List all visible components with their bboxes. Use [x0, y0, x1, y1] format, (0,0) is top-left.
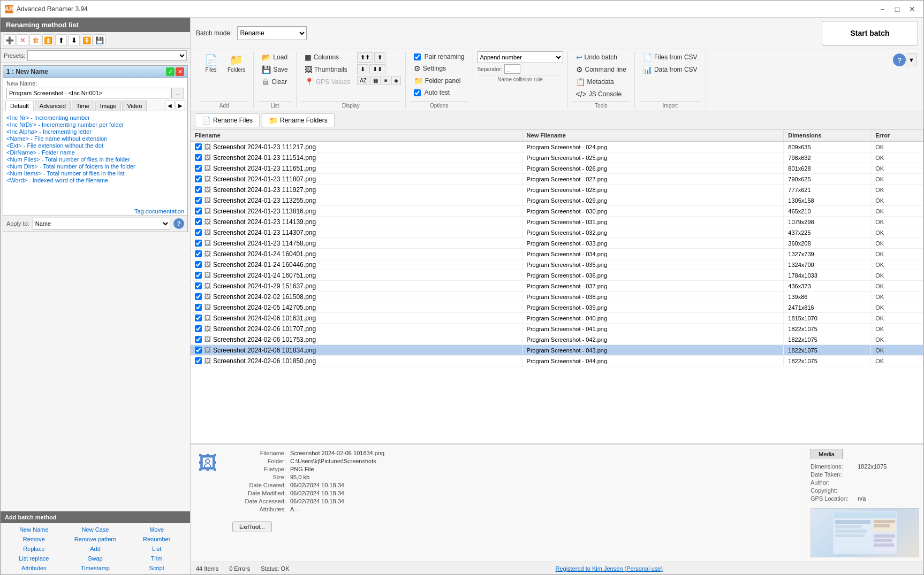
separator-input[interactable] — [504, 64, 520, 74]
table-row[interactable]: 🖼 Screenshot 2024-01-24 160751.png Progr… — [191, 270, 923, 281]
table-row[interactable]: 🖼 Screenshot 2024-01-23 114307.png Progr… — [191, 227, 923, 238]
row-checkbox[interactable] — [195, 218, 202, 225]
sort-up-button[interactable]: ⬆ — [374, 52, 385, 63]
table-row[interactable]: 🖼 Screenshot 2024-01-23 114139.png Progr… — [191, 217, 923, 227]
batch-mode-select[interactable]: Rename Copy Move — [237, 26, 307, 40]
data-from-csv-button[interactable]: 📊 Data from CSV — [639, 64, 701, 75]
exiftool-button[interactable]: ExifTool... — [232, 522, 272, 532]
move-bottom-button[interactable]: ⏬ — [81, 34, 93, 46]
table-row[interactable]: 🖼 Screenshot 2024-01-29 151637.png Progr… — [191, 281, 923, 292]
pair-renaming-button[interactable]: Pair renaming — [410, 51, 468, 62]
gps-values-button[interactable]: 📍 GPS Values — [301, 76, 354, 88]
row-checkbox[interactable] — [195, 347, 202, 354]
new-name-input[interactable] — [6, 88, 170, 98]
sort-up-up-button[interactable]: ⬆⬆ — [357, 52, 373, 63]
ribbon-help-button[interactable]: ? — [893, 53, 906, 66]
table-row[interactable]: 🖼 Screenshot 2024-01-23 111807.png Progr… — [191, 174, 923, 185]
method-disable-button[interactable]: ✕ — [176, 67, 184, 76]
sort-down-down-button[interactable]: ⬇⬇ — [369, 64, 385, 74]
registered-link[interactable]: Registered to Kim Jensen (Personal use) — [300, 565, 918, 572]
add-files-button[interactable]: 📄 Files — [199, 51, 223, 75]
row-checkbox[interactable] — [195, 261, 202, 268]
batch-timestamp[interactable]: Timestamp — [65, 564, 126, 572]
add-method-button[interactable]: ➕ — [4, 34, 16, 46]
table-row[interactable]: 🖼 Screenshot 2024-02-06 101850.png Progr… — [191, 356, 923, 366]
tabs-next-button[interactable]: ▶ — [176, 101, 185, 110]
media-tab[interactable]: Media — [811, 449, 843, 459]
start-batch-button[interactable]: Start batch — [822, 21, 918, 45]
rename-files-tab[interactable]: 📄 Rename Files — [195, 113, 260, 127]
batch-list-replace[interactable]: List replace — [4, 554, 64, 563]
tab-time[interactable]: Time — [72, 101, 94, 111]
batch-swap[interactable]: Swap — [65, 554, 126, 563]
add-folders-button[interactable]: 📁 Folders — [224, 51, 249, 75]
name-input-more-button[interactable]: ... — [171, 88, 184, 98]
undo-batch-button[interactable]: ↩ Undo batch — [572, 51, 630, 63]
batch-attributes[interactable]: Attributes — [4, 564, 64, 572]
apply-to-select[interactable]: Name Extension Name and Extension — [33, 218, 170, 229]
tag-inc-nrdir[interactable]: <Inc NrDir> - Incrementing number per fo… — [6, 121, 184, 128]
table-row[interactable]: 🖼 Screenshot 2024-02-06 101834.png Progr… — [191, 345, 923, 356]
tab-image[interactable]: Image — [95, 101, 122, 111]
auto-test-button[interactable]: Auto test — [410, 87, 468, 98]
save-button[interactable]: 💾 Save — [258, 64, 291, 75]
auto-test-checkbox[interactable] — [414, 89, 421, 96]
row-checkbox[interactable] — [195, 229, 202, 236]
tab-video[interactable]: Video — [122, 101, 147, 111]
apply-help-button[interactable]: ? — [173, 218, 184, 229]
close-button[interactable]: ✕ — [905, 3, 919, 15]
table-row[interactable]: 🖼 Screenshot 2024-01-23 114758.png Progr… — [191, 238, 923, 249]
tag-name[interactable]: <Name> - File name without extension — [6, 135, 184, 142]
batch-replace[interactable]: Replace — [4, 545, 64, 553]
row-checkbox[interactable] — [195, 186, 202, 193]
thumbnails-button[interactable]: 🖼 Thumbnails — [301, 64, 354, 75]
row-checkbox[interactable] — [195, 154, 202, 161]
table-row[interactable]: 🖼 Screenshot 2024-01-23 111514.png Progr… — [191, 152, 923, 163]
tabs-prev-button[interactable]: ◀ — [165, 101, 175, 110]
table-row[interactable]: 🖼 Screenshot 2024-02-06 101631.png Progr… — [191, 313, 923, 324]
batch-move[interactable]: Move — [126, 525, 187, 534]
table-row[interactable]: 🖼 Screenshot 2024-01-23 113816.png Progr… — [191, 206, 923, 217]
batch-script[interactable]: Script — [126, 564, 187, 572]
row-checkbox[interactable] — [195, 175, 202, 182]
tag-num-items[interactable]: <Num Items> - Total number of files in t… — [6, 170, 184, 177]
table-row[interactable]: 🖼 Screenshot 2024-02-05 142705.png Progr… — [191, 302, 923, 313]
row-checkbox[interactable] — [195, 282, 202, 289]
batch-new-name[interactable]: New Name — [4, 525, 64, 534]
row-checkbox[interactable] — [195, 304, 202, 311]
sort-list-button[interactable]: ≡ — [382, 76, 390, 85]
batch-add[interactable]: Add — [65, 545, 126, 553]
table-row[interactable]: 🖼 Screenshot 2024-01-23 113255.png Progr… — [191, 195, 923, 206]
table-row[interactable]: 🖼 Screenshot 2024-01-23 111927.png Progr… — [191, 185, 923, 195]
method-enable-button[interactable]: ✓ — [166, 67, 175, 76]
command-line-button[interactable]: ⚙ Command line — [572, 64, 630, 75]
batch-list[interactable]: List — [126, 545, 187, 553]
sort-alt-button[interactable]: ◈ — [391, 76, 401, 85]
row-checkbox[interactable] — [195, 315, 202, 321]
save-methods-button[interactable]: 💾 — [94, 34, 105, 46]
delete-method-button[interactable]: 🗑 — [29, 34, 41, 46]
ribbon-dropdown-button[interactable]: ▼ — [906, 53, 917, 66]
name-collision-select[interactable]: Append number — [478, 51, 563, 63]
maximize-button[interactable]: □ — [890, 3, 904, 15]
tag-num-files[interactable]: <Num Files> - Total number of files in t… — [6, 156, 184, 163]
sort-down-button[interactable]: ⬇ — [357, 64, 368, 74]
batch-trim[interactable]: Trim — [126, 554, 187, 563]
row-checkbox[interactable] — [195, 165, 202, 172]
tag-ext[interactable]: <Ext> - File extension without the dot — [6, 142, 184, 149]
row-checkbox[interactable] — [195, 208, 202, 214]
table-row[interactable]: 🖼 Screenshot 2024-01-23 111651.png Progr… — [191, 163, 923, 174]
tab-advanced[interactable]: Advanced — [35, 101, 71, 111]
row-checkbox[interactable] — [195, 325, 202, 332]
batch-remove[interactable]: Remove — [4, 535, 64, 543]
minimize-button[interactable]: − — [875, 3, 889, 15]
tag-word[interactable]: <Word> - Indexed word of the filename — [6, 177, 184, 183]
batch-renumber[interactable]: Renumber — [126, 535, 187, 543]
table-row[interactable]: 🖼 Screenshot 2024-01-24 160401.png Progr… — [191, 249, 923, 259]
settings-button[interactable]: ⚙ Settings — [410, 63, 468, 74]
tab-default[interactable]: Default — [5, 101, 34, 111]
remove-method-button[interactable]: ✕ — [17, 34, 28, 46]
move-up-button[interactable]: ⬆ — [55, 34, 67, 46]
table-row[interactable]: 🖼 Screenshot 2024-02-02 161508.png Progr… — [191, 292, 923, 302]
table-row[interactable]: 🖼 Screenshot 2024-01-24 160446.png Progr… — [191, 259, 923, 270]
